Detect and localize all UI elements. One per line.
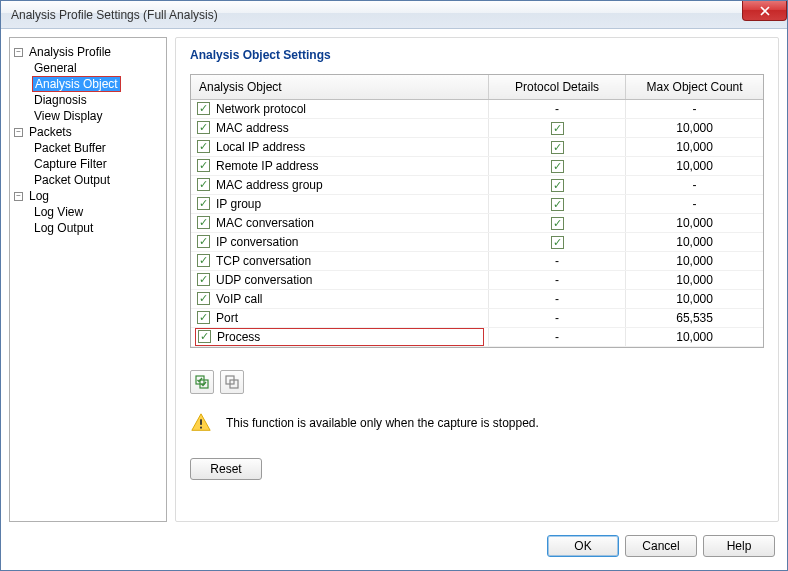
col-max-object-count[interactable]: Max Object Count [626, 75, 763, 99]
deselect-all-icon [225, 375, 239, 389]
table-row[interactable]: ✓MAC address group✓- [191, 175, 763, 194]
collapse-icon[interactable]: − [14, 48, 23, 57]
table-row[interactable]: ✓Network protocol-- [191, 99, 763, 118]
row-protocol-details[interactable]: - [488, 327, 625, 346]
row-max-count[interactable]: 10,000 [626, 251, 763, 270]
tree-node-packets[interactable]: − Packets [14, 124, 162, 140]
row-name: IP group [216, 197, 261, 211]
row-protocol-details[interactable]: - [488, 289, 625, 308]
tree-node-analysis-object[interactable]: Analysis Object [32, 76, 162, 92]
row-max-count[interactable]: 10,000 [626, 156, 763, 175]
tree-node-log-output[interactable]: Log Output [32, 220, 162, 236]
table-row[interactable]: ✓MAC conversation✓10,000 [191, 213, 763, 232]
row-checkbox[interactable]: ✓ [197, 292, 210, 305]
row-protocol-details[interactable]: - [488, 251, 625, 270]
row-checkbox[interactable]: ✓ [197, 197, 210, 210]
row-checkbox[interactable]: ✓ [197, 102, 210, 115]
table-row[interactable]: ✓Local IP address✓10,000 [191, 137, 763, 156]
row-checkbox[interactable]: ✓ [198, 330, 211, 343]
row-checkbox[interactable]: ✓ [197, 216, 210, 229]
row-checkbox[interactable]: ✓ [197, 159, 210, 172]
row-name: MAC address group [216, 178, 323, 192]
row-max-count[interactable]: 10,000 [626, 232, 763, 251]
row-max-count[interactable]: 10,000 [626, 213, 763, 232]
row-protocol-details[interactable]: ✓ [488, 232, 625, 251]
row-name: UDP conversation [216, 273, 313, 287]
row-checkbox[interactable]: ✓ [197, 121, 210, 134]
table-row[interactable]: ✓Remote IP address✓10,000 [191, 156, 763, 175]
row-checkbox[interactable]: ✓ [197, 235, 210, 248]
navigation-tree: − Analysis Profile General Analysis Obje… [9, 37, 167, 522]
row-name: TCP conversation [216, 254, 311, 268]
row-name: Remote IP address [216, 159, 319, 173]
row-protocol-details[interactable]: ✓ [488, 118, 625, 137]
row-protocol-details[interactable]: - [488, 99, 625, 118]
protocol-checkbox[interactable]: ✓ [551, 217, 564, 230]
cancel-button[interactable]: Cancel [625, 535, 697, 557]
table-row[interactable]: ✓IP group✓- [191, 194, 763, 213]
select-all-button[interactable] [190, 370, 214, 394]
svg-rect-4 [200, 419, 202, 425]
row-max-count[interactable]: - [626, 194, 763, 213]
protocol-checkbox[interactable]: ✓ [551, 179, 564, 192]
row-protocol-details[interactable]: ✓ [488, 156, 625, 175]
dialog-body: − Analysis Profile General Analysis Obje… [1, 29, 787, 530]
row-protocol-details[interactable]: ✓ [488, 175, 625, 194]
tree-node-analysis-profile[interactable]: − Analysis Profile [14, 44, 162, 60]
table-row[interactable]: ✓IP conversation✓10,000 [191, 232, 763, 251]
row-checkbox[interactable]: ✓ [197, 140, 210, 153]
row-checkbox[interactable]: ✓ [197, 311, 210, 324]
row-checkbox[interactable]: ✓ [197, 178, 210, 191]
row-checkbox[interactable]: ✓ [197, 254, 210, 267]
tree-node-view-display[interactable]: View Display [32, 108, 162, 124]
row-checkbox[interactable]: ✓ [197, 273, 210, 286]
dialog-window: Analysis Profile Settings (Full Analysis… [0, 0, 788, 571]
settings-panel: Analysis Object Settings Analysis Object… [175, 37, 779, 522]
row-max-count[interactable]: 65,535 [626, 308, 763, 327]
row-name: Port [216, 311, 238, 325]
table-row[interactable]: ✓MAC address✓10,000 [191, 118, 763, 137]
deselect-all-button[interactable] [220, 370, 244, 394]
row-protocol-details[interactable]: ✓ [488, 137, 625, 156]
close-icon [760, 6, 770, 16]
protocol-checkbox[interactable]: ✓ [551, 236, 564, 249]
table-row[interactable]: ✓Process-10,000 [191, 327, 763, 346]
tree-node-log[interactable]: − Log [14, 188, 162, 204]
tree-node-log-view[interactable]: Log View [32, 204, 162, 220]
protocol-checkbox[interactable]: ✓ [551, 141, 564, 154]
select-all-icon [195, 375, 209, 389]
row-protocol-details[interactable]: - [488, 270, 625, 289]
table-row[interactable]: ✓VoIP call-10,000 [191, 289, 763, 308]
dialog-footer: OK Cancel Help [1, 530, 787, 570]
tree-node-general[interactable]: General [32, 60, 162, 76]
tree-node-capture-filter[interactable]: Capture Filter [32, 156, 162, 172]
row-max-count[interactable]: 10,000 [626, 137, 763, 156]
tree-node-diagnosis[interactable]: Diagnosis [32, 92, 162, 108]
row-max-count[interactable]: - [626, 99, 763, 118]
row-max-count[interactable]: 10,000 [626, 289, 763, 308]
col-analysis-object[interactable]: Analysis Object [191, 75, 488, 99]
row-protocol-details[interactable]: ✓ [488, 194, 625, 213]
protocol-checkbox[interactable]: ✓ [551, 160, 564, 173]
row-max-count[interactable]: 10,000 [626, 270, 763, 289]
ok-button[interactable]: OK [547, 535, 619, 557]
row-max-count[interactable]: 10,000 [626, 118, 763, 137]
collapse-icon[interactable]: − [14, 128, 23, 137]
help-button[interactable]: Help [703, 535, 775, 557]
close-button[interactable] [742, 1, 787, 21]
row-max-count[interactable]: 10,000 [626, 327, 763, 346]
row-protocol-details[interactable]: - [488, 308, 625, 327]
row-protocol-details[interactable]: ✓ [488, 213, 625, 232]
table-row[interactable]: ✓Port-65,535 [191, 308, 763, 327]
row-max-count[interactable]: - [626, 175, 763, 194]
protocol-checkbox[interactable]: ✓ [551, 122, 564, 135]
table-row[interactable]: ✓TCP conversation-10,000 [191, 251, 763, 270]
panel-title: Analysis Object Settings [190, 48, 764, 62]
tree-node-packet-output[interactable]: Packet Output [32, 172, 162, 188]
table-row[interactable]: ✓UDP conversation-10,000 [191, 270, 763, 289]
collapse-icon[interactable]: − [14, 192, 23, 201]
tree-node-packet-buffer[interactable]: Packet Buffer [32, 140, 162, 156]
protocol-checkbox[interactable]: ✓ [551, 198, 564, 211]
col-protocol-details[interactable]: Protocol Details [488, 75, 625, 99]
reset-button[interactable]: Reset [190, 458, 262, 480]
